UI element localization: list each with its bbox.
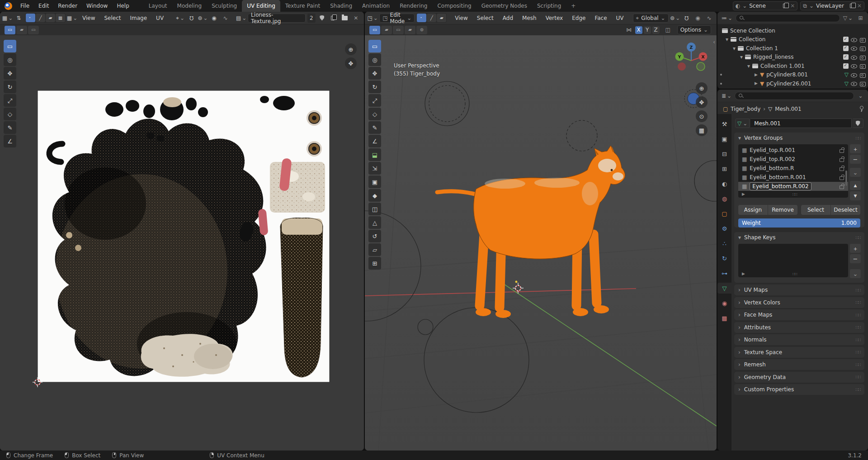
tab-layout[interactable]: Layout — [144, 0, 172, 12]
list-item-selected[interactable]: ▦Eyelid_bottom.R.002 — [738, 182, 848, 191]
outliner-row-collection-1[interactable]: ▾ Collection 1 — [717, 44, 868, 53]
tab-world[interactable]: ◍ — [717, 193, 731, 204]
uv-pivot-dropdown[interactable]: ⌖⌄ — [175, 14, 185, 22]
tool-variant-3[interactable]: ▭ — [393, 26, 404, 34]
disclosure-icon[interactable]: ▶ — [755, 81, 758, 85]
tab-animation[interactable]: Animation — [357, 0, 395, 12]
add-vertex-group-button[interactable]: ＋ — [850, 144, 861, 153]
editor-type-dropdown[interactable]: ◳⌄ — [368, 14, 377, 22]
select-mode-vertex-button[interactable]: ⠂ — [417, 14, 426, 22]
tab-object-data[interactable]: ▽ — [717, 283, 731, 294]
uv-snap-target-dropdown[interactable]: ⊚⌄ — [198, 14, 208, 22]
add-workspace-button[interactable]: + — [566, 0, 580, 12]
panel-uv-maps[interactable]: ›UV Maps∷∷ — [734, 285, 864, 295]
tool-inset-faces[interactable]: ▣ — [368, 175, 381, 188]
close-icon[interactable]: ✕ — [857, 3, 862, 9]
v3d-menu-face[interactable]: Face — [591, 15, 610, 21]
list-resize-grip[interactable]: ∷∷ — [793, 192, 797, 197]
tool-measure[interactable]: ∠ — [368, 135, 381, 147]
panel-face-maps[interactable]: ›Face Maps∷∷ — [734, 309, 864, 320]
blender-logo-icon[interactable] — [5, 2, 12, 10]
v3d-menu-select[interactable]: Select — [473, 15, 497, 21]
uv-tool-scale[interactable]: ⤢ — [4, 94, 16, 107]
active-tool-box-select[interactable]: ▭ — [369, 26, 380, 34]
eye-icon[interactable] — [851, 37, 857, 43]
disclosure-icon[interactable]: ▶ — [755, 73, 758, 77]
properties-options-dropdown[interactable]: ⌄ — [856, 91, 865, 100]
camera-icon[interactable] — [859, 37, 865, 43]
panel-vertex-colors[interactable]: ›Vertex Colors∷∷ — [734, 297, 864, 308]
uv-menu-uv[interactable]: UV — [152, 15, 167, 21]
breadcrumb-data[interactable]: Mesh.001 — [775, 106, 801, 112]
outliner-row-collection-1-001[interactable]: ▾ Collection 1.001 — [717, 62, 868, 71]
proportional-editing-toggle[interactable]: ◉ — [693, 14, 703, 22]
outliner-search-input[interactable] — [736, 14, 840, 22]
uv-tool-select-box[interactable]: ▭ — [4, 40, 16, 52]
move-group-up-button[interactable]: ▲ — [850, 181, 861, 190]
close-icon[interactable]: ✕ — [790, 3, 795, 9]
filter-button[interactable]: ▽⌄ — [842, 14, 854, 22]
mesh-data-dropdown[interactable]: ▽⌄ — [735, 119, 750, 128]
disclosure-icon[interactable]: ▾ — [740, 54, 743, 60]
uv-tool-cursor[interactable]: ◎ — [4, 53, 16, 66]
tool-loop-cut[interactable]: ◫ — [368, 203, 381, 215]
uv-select-island-button[interactable]: ▦ — [56, 14, 65, 22]
eye-icon[interactable] — [851, 54, 857, 60]
zoom-icon[interactable]: ⊕ — [696, 82, 708, 94]
open-image-button[interactable] — [340, 14, 349, 22]
tab-uv-editing[interactable]: UV Editing — [242, 0, 280, 12]
tool-transform[interactable]: ◇ — [368, 108, 381, 120]
checkbox-icon[interactable] — [843, 63, 849, 69]
new-scene-icon[interactable] — [783, 4, 787, 8]
lock-icon[interactable] — [839, 156, 844, 162]
panel-attributes[interactable]: ›Attributes∷∷ — [734, 322, 864, 333]
v3d-menu-add[interactable]: Add — [499, 15, 517, 21]
list-item[interactable]: ▦Eyelid_bottom.R.001 — [738, 173, 848, 182]
lock-icon[interactable] — [839, 147, 844, 153]
options-dropdown[interactable]: Options⌄ — [677, 25, 711, 34]
tool-annotate[interactable]: ✎ — [368, 121, 381, 134]
select-button[interactable]: Select — [801, 205, 830, 215]
eye-icon[interactable] — [851, 72, 857, 78]
tab-modifiers[interactable]: ⚙ — [717, 223, 731, 234]
uv-falloff-dropdown[interactable]: ∿ — [221, 14, 230, 22]
select-mode-edge-button[interactable]: ╱ — [427, 14, 436, 22]
disclosure-icon[interactable]: ▾ — [733, 46, 736, 51]
v3d-canvas[interactable]: User Perspective (355) Tiger_body ▭ ◎ ✥ … — [365, 35, 717, 451]
image-users-count[interactable]: 2 — [307, 14, 316, 23]
list-item[interactable]: ▦Eyelid_top.R.002 — [738, 155, 848, 164]
tool-spin[interactable]: ↺ — [368, 230, 381, 242]
snap-target-dropdown[interactable]: ⊚⌄ — [670, 14, 680, 22]
remove-vertex-group-button[interactable]: − — [850, 155, 861, 164]
checkbox-icon[interactable] — [843, 37, 849, 42]
panel-remesh[interactable]: ›Remesh∷∷ — [734, 359, 864, 370]
tab-constraints[interactable]: ⊶ — [717, 268, 731, 279]
tab-scripting[interactable]: Scripting — [532, 0, 566, 12]
tool-scale[interactable]: ⤢ — [368, 94, 381, 107]
uv-sticky-select-dropdown[interactable]: ▦⌄ — [67, 14, 77, 22]
uv-sync-toggle[interactable]: ⇅ — [14, 14, 24, 22]
snap-toggle[interactable]: Ω — [682, 14, 691, 22]
tool-cursor[interactable]: ◎ — [368, 53, 381, 66]
unlink-image-button[interactable]: ✕ — [351, 14, 361, 22]
mirror-x-button[interactable]: X — [635, 26, 642, 34]
v3d-menu-view[interactable]: View — [451, 15, 471, 21]
menu-render[interactable]: Render — [53, 0, 82, 12]
list-expand-icon[interactable]: ▶ — [742, 272, 745, 276]
lock-icon[interactable] — [839, 166, 844, 171]
remove-shape-key-button[interactable]: − — [850, 254, 861, 263]
panel-normals[interactable]: ›Normals∷∷ — [734, 334, 864, 345]
tool-rip-region[interactable]: ⊞ — [368, 257, 381, 270]
uv-tool-measure[interactable]: ∠ — [4, 135, 16, 147]
camera-icon[interactable] — [859, 45, 865, 51]
tool-move[interactable]: ✥ — [368, 67, 381, 80]
camera-icon[interactable] — [859, 81, 865, 86]
select-mode-face-button[interactable]: ▰ — [437, 14, 446, 22]
tab-object[interactable]: ▢ — [717, 208, 731, 219]
menu-edit[interactable]: Edit — [34, 0, 53, 12]
tab-modeling[interactable]: Modeling — [172, 0, 207, 12]
tool-variant-2[interactable]: ▰ — [381, 26, 392, 34]
list-scrollbar[interactable] — [845, 171, 847, 186]
uv-tool-variant-2[interactable]: ▰ — [16, 26, 27, 34]
uv-snap-toggle[interactable]: Ω — [187, 14, 196, 22]
